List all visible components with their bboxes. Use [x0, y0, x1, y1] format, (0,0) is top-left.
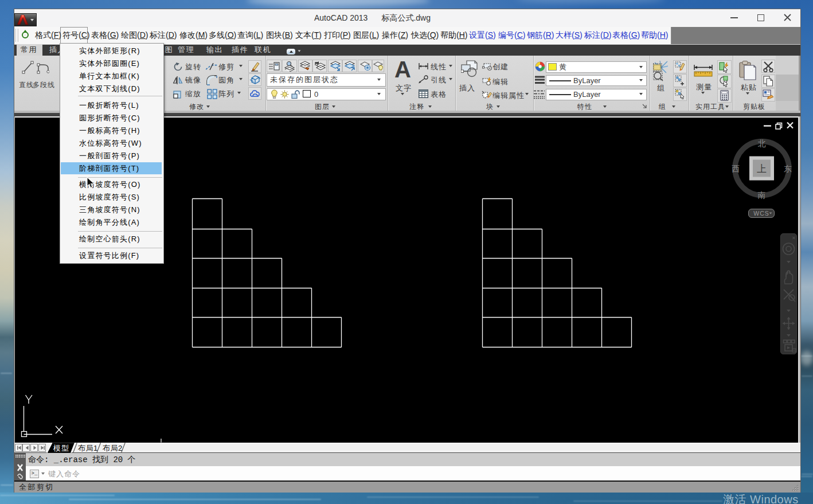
svg-text:南: 南 — [758, 190, 766, 200]
svg-text:东: 东 — [784, 164, 792, 173]
svg-text:北: 北 — [758, 139, 766, 148]
svg-text:上: 上 — [757, 163, 767, 174]
svg-text:西: 西 — [732, 164, 740, 173]
